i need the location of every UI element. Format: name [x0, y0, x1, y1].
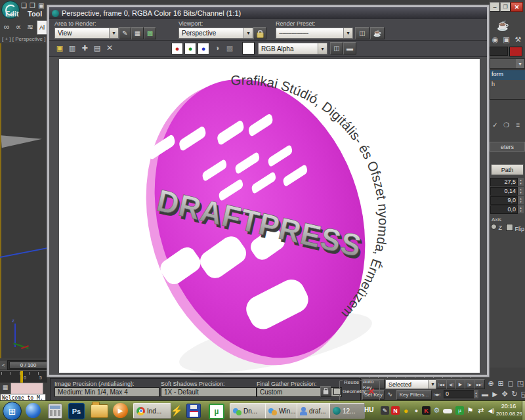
copy-image-icon[interactable]: ▥ — [67, 43, 77, 53]
image-precision-field[interactable]: Medium: Min 1/4, Max 4 — [54, 387, 159, 397]
render-teapot-icon[interactable]: ☕ — [497, 20, 509, 32]
clear-geometry-icon[interactable]: ✕ — [368, 387, 375, 396]
alpha-channel-icon[interactable]: ◑ — [212, 43, 222, 53]
modifier-dropdown[interactable]: ▾ — [490, 58, 525, 69]
close-button[interactable]: ✕ — [511, 2, 523, 12]
stack-item-pathdeform[interactable]: form — [490, 70, 525, 80]
volume-icon[interactable]: ◀) — [487, 406, 495, 415]
zoom-all-icon[interactable]: ⊞ — [496, 379, 505, 388]
cd-burner-icon[interactable]: ● — [402, 406, 410, 415]
pick-path-button[interactable]: Path — [491, 164, 524, 175]
menu-tools[interactable]: Tool — [28, 10, 42, 18]
display-tab-icon[interactable]: ▣ — [501, 35, 511, 44]
utilities-tab-icon[interactable]: ⚒ — [513, 35, 523, 44]
stack-item-mesh[interactable]: h — [490, 80, 525, 90]
soft-shadows-field[interactable]: 1X - Default — [161, 387, 257, 397]
viewport[interactable]: z — [0, 43, 47, 358]
green-channel-button[interactable]: ● — [184, 43, 196, 54]
pin-stack-icon[interactable]: ✓ — [491, 121, 499, 129]
save-image-icon[interactable]: ▣ — [54, 43, 65, 53]
track-key-icon[interactable]: ▦ — [1, 383, 9, 391]
folder-icon[interactable] — [91, 404, 108, 418]
flag-icon[interactable]: ⚑ — [466, 406, 474, 415]
previous-frame-button[interactable]: ◀|| — [446, 379, 456, 389]
area-to-render-combo[interactable]: View▾ — [54, 28, 119, 39]
render-icon[interactable]: ☕ — [370, 27, 385, 39]
track-slider-line[interactable] — [20, 371, 23, 383]
rotation-spinner[interactable]: 9,0 ▲▼ — [490, 196, 524, 205]
parameters-rollout-header[interactable]: eters — [490, 142, 525, 152]
configure-modifier-icon[interactable]: ≡ — [514, 121, 522, 129]
select-link-icon[interactable]: ∞ — [1, 21, 12, 33]
next-frame-button[interactable]: ||▶ — [465, 379, 474, 389]
media-sphere-icon[interactable] — [26, 403, 41, 418]
color-correction-icon[interactable]: ◫ — [330, 42, 343, 54]
sync-icon[interactable]: ⇄ — [476, 406, 485, 415]
viewport-region-icon[interactable]: ▩ — [144, 27, 156, 39]
flip-checkbox[interactable]: Flip — [506, 224, 524, 232]
nero-icon[interactable]: N — [391, 406, 400, 415]
print-image-icon[interactable]: ▤ — [92, 43, 102, 53]
lock-viewport-icon[interactable] — [253, 27, 266, 39]
viewport-label[interactable]: [ + ] [ Perspective ] [ Smo — [2, 36, 47, 42]
maxscript-mini-listener-pink[interactable] — [10, 383, 43, 394]
zoom-icon[interactable]: ⊕ — [486, 379, 495, 388]
frame-spinner[interactable]: ▲▼ — [474, 390, 478, 398]
menu-edit[interactable]: Edit — [5, 10, 19, 18]
task-button-messenger-dn[interactable]: Dn... — [230, 403, 269, 419]
orbit-icon[interactable]: ↻ — [510, 389, 519, 398]
snap-toggle-icon[interactable]: ≋ — [25, 21, 35, 33]
modifier-stack[interactable]: form h — [490, 70, 525, 100]
pan-icon[interactable]: ✥ — [500, 389, 509, 398]
channel-display-combo[interactable]: RGB Alpha▾ — [258, 43, 327, 54]
play-button[interactable]: ▶ — [455, 379, 465, 389]
twist-spinner[interactable]: 0,0 ▲▼ — [490, 205, 524, 214]
rfw-titlebar[interactable]: Perspective, frame 0, RGBA Color 16 Bits… — [49, 7, 487, 19]
time-slider-handle[interactable]: 0 / 100 — [9, 362, 47, 369]
go-to-end-button[interactable]: ▶▶| — [474, 379, 485, 389]
geometry-checkbox[interactable] — [333, 388, 341, 395]
auto-region-icon[interactable]: ▦ — [131, 27, 144, 39]
blue-channel-button[interactable]: ● — [198, 43, 209, 54]
utorrent-icon[interactable]: µ — [209, 404, 224, 419]
start-button[interactable]: ⊞ — [3, 402, 22, 420]
stretch-spinner[interactable]: 0,14 ▲▼ — [490, 187, 524, 196]
language-indicator[interactable]: HU — [364, 406, 373, 413]
zoom-extents-all-icon[interactable]: ◳ — [516, 379, 525, 388]
viewport-combo[interactable]: Perspective▾ — [178, 28, 253, 39]
settings-gear-icon[interactable]: ⚙ — [432, 406, 441, 415]
render-preset-combo[interactable]: -------------------▾ — [276, 28, 353, 39]
task-button-draftpress[interactable]: draf... — [297, 403, 333, 419]
task-button-chrome[interactable]: Ind... — [133, 403, 171, 419]
minimize-button[interactable]: – — [490, 2, 500, 12]
zoom-extents-icon[interactable]: ◻ — [506, 379, 515, 388]
clone-window-icon[interactable]: ✚ — [79, 43, 90, 53]
motion-tab-icon[interactable]: ◉ — [490, 35, 500, 44]
tablet-pen-icon[interactable]: ✎ — [381, 406, 389, 415]
cloud-icon[interactable] — [443, 409, 452, 413]
lock-icon[interactable] — [320, 386, 331, 397]
photoshop-icon[interactable]: Ps — [68, 403, 85, 419]
key-step-icon[interactable]: |◀▶| — [432, 390, 442, 398]
exposure-icon[interactable]: ▬ — [343, 42, 356, 54]
background-color-swatch[interactable] — [242, 42, 255, 54]
rendered-image[interactable]: DRAFTPRESS DRAFTPRESS Grafikai Stúdió, D… — [59, 59, 480, 373]
media-player-icon[interactable]: ▶ — [113, 403, 128, 418]
select-region-icon[interactable]: ▶ — [490, 389, 499, 398]
render-setup-icon[interactable]: ◫ — [355, 27, 369, 39]
axis-z-radio[interactable]: Z — [491, 224, 502, 231]
show-end-result-icon[interactable]: ❍ — [502, 121, 511, 129]
lightning-icon[interactable]: ⚡ — [170, 404, 183, 417]
task-button-messenger-win[interactable]: Win... — [265, 403, 301, 419]
curve-icon[interactable]: ∿ — [386, 390, 394, 398]
spinner-arrows[interactable]: ▲▼ — [518, 205, 524, 213]
new-file-icon[interactable]: ❏ — [21, 2, 27, 9]
task-button-3dsmax[interactable]: 12... — [329, 403, 365, 419]
named-selection-box[interactable]: Al — [37, 20, 47, 35]
timeline-back-button[interactable]: < — [0, 361, 7, 369]
disc-icon[interactable]: ● — [412, 406, 421, 415]
open-file-icon[interactable]: ❒ — [30, 2, 35, 9]
spinner-arrows[interactable]: ▲▼ — [518, 187, 524, 195]
clear-image-icon[interactable]: ✕ — [104, 43, 115, 53]
key-filters-button[interactable]: Key Filters... — [396, 390, 432, 400]
